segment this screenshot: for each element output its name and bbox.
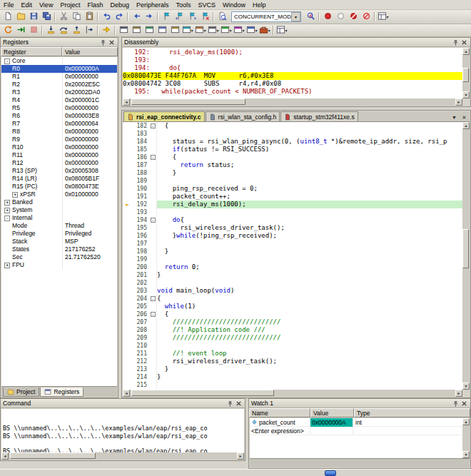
disassembly-line[interactable]: 194: do{ bbox=[123, 64, 462, 72]
kill-all-breakpoints-button[interactable] bbox=[360, 11, 373, 23]
code-line-209[interactable]: 209 //////////////////////////// bbox=[123, 334, 462, 342]
register-row-core[interactable]: -Core bbox=[1, 57, 117, 65]
tab-registers[interactable]: Registers bbox=[40, 388, 83, 397]
code-line-208[interactable]: 208 //! Application code /// bbox=[123, 326, 462, 334]
register-row-r3[interactable]: R30x20002DA0 bbox=[1, 88, 117, 96]
code-line-199[interactable]: 199 bbox=[123, 255, 462, 263]
disassembly-line[interactable]: 0x08004742 3C08 SUBS r4,r4,#0x08 bbox=[123, 80, 462, 88]
command-hscrollbar[interactable]: ◄ ► bbox=[1, 452, 244, 460]
scroll-thumb[interactable] bbox=[462, 68, 469, 82]
scroll-left-icon[interactable]: ◄ bbox=[1, 452, 9, 460]
menu-window[interactable]: Window bbox=[219, 0, 249, 10]
code-line-197[interactable]: 197 bbox=[123, 240, 462, 248]
code-editor[interactable]: 182- {183184 status = rsi_wlan_ping_asyn… bbox=[123, 122, 462, 390]
window-list-icon[interactable]: ▼ bbox=[450, 113, 458, 121]
command-pin-icon[interactable] bbox=[226, 400, 234, 407]
editor-tab-startup-stm32f411xe-s[interactable]: startup_stm32f411xe.s bbox=[280, 111, 358, 121]
dropdown-arrow-icon[interactable]: ▾ bbox=[268, 28, 270, 33]
register-row-r13-sp[interactable]: R13 (SP)0x20005308 bbox=[1, 167, 117, 175]
scroll-up-icon[interactable]: ▲ bbox=[462, 122, 470, 129]
trace-window-button[interactable]: ▾ bbox=[233, 25, 245, 36]
fold-box-icon[interactable]: - bbox=[151, 312, 156, 317]
code-line-204[interactable]: 204-{ bbox=[123, 295, 462, 303]
register-row-r2[interactable]: R20x20002E5C bbox=[1, 81, 117, 88]
code-line-183[interactable]: 183 bbox=[123, 130, 462, 138]
register-row-mode[interactable]: ModeThread bbox=[1, 222, 117, 230]
register-row-r7[interactable]: R70x00000064 bbox=[1, 120, 117, 128]
system-viewer-button[interactable]: ▾ bbox=[245, 25, 258, 36]
undo-button[interactable] bbox=[100, 11, 113, 23]
register-row-r4[interactable]: R40x2000001C bbox=[1, 96, 117, 104]
command-output[interactable]: BS \\unnamed\..\..\..\..\..\examples/wla… bbox=[1, 409, 244, 452]
target-select[interactable]: CONCURRENT_MODE▼ bbox=[231, 11, 301, 22]
dropdown-arrow-icon[interactable]: ▾ bbox=[203, 28, 206, 33]
cut-button[interactable] bbox=[57, 11, 70, 23]
bookmark-prev-button[interactable] bbox=[173, 11, 186, 23]
editor-tab-rsi-wlan-sta-config-h[interactable]: rsi_wlan_sta_config.h bbox=[206, 111, 280, 121]
register-row-r6[interactable]: R60x000003E8 bbox=[1, 112, 117, 120]
register-row-r14-lr[interactable]: R14 (LR)0x08005B1F bbox=[1, 175, 117, 183]
register-row-r9[interactable]: R90x00000000 bbox=[1, 136, 117, 143]
open-file-button[interactable] bbox=[14, 11, 27, 23]
fold-box-icon[interactable]: - bbox=[151, 155, 156, 160]
analysis-window-button[interactable]: ▾ bbox=[220, 25, 233, 36]
menu-file[interactable]: File bbox=[0, 0, 18, 10]
code-line-185[interactable]: 185 if(status != RSI_SUCCESS) bbox=[123, 146, 462, 153]
new-file-button[interactable] bbox=[1, 11, 14, 23]
navigate-back-button[interactable] bbox=[130, 11, 143, 23]
watch-name-cell[interactable]: <Enter expression> bbox=[250, 427, 310, 435]
code-line-202[interactable]: 202 bbox=[123, 279, 462, 287]
scroll-down-icon[interactable]: ▼ bbox=[462, 91, 470, 98]
code-line-201[interactable]: 201} bbox=[123, 271, 462, 279]
command-close-icon[interactable] bbox=[234, 400, 243, 407]
scroll-left-icon[interactable]: ◄ bbox=[123, 98, 130, 106]
scroll-right-icon[interactable]: ► bbox=[237, 452, 244, 460]
fold-box-icon[interactable]: - bbox=[151, 296, 156, 301]
watch-pin-icon[interactable] bbox=[451, 400, 460, 407]
step-out-button[interactable] bbox=[70, 25, 83, 36]
registers-window-button[interactable] bbox=[156, 25, 168, 36]
stop-button[interactable] bbox=[27, 25, 40, 36]
code-line-203[interactable]: 203void main_loop(void) bbox=[123, 287, 462, 295]
scroll-right-icon[interactable]: ► bbox=[455, 98, 462, 106]
target-select-dropdown-icon[interactable]: ▼ bbox=[291, 12, 300, 21]
watch-vscrollbar[interactable]: ▲ ▼ bbox=[462, 418, 470, 458]
dropdown-arrow-icon[interactable]: ▾ bbox=[386, 14, 388, 19]
scroll-up-icon[interactable]: ▲ bbox=[462, 418, 470, 425]
menu-help[interactable]: Help bbox=[249, 0, 270, 10]
code-line-182[interactable]: 182- { bbox=[123, 122, 462, 130]
registers-close-icon[interactable] bbox=[107, 39, 116, 46]
code-line-187[interactable]: 187 return status; bbox=[123, 161, 462, 169]
disassembly-pin-icon[interactable] bbox=[451, 39, 460, 46]
code-line-191[interactable]: 191 packet_count++; bbox=[123, 193, 462, 201]
editor-hscrollbar[interactable]: ◄ ► bbox=[123, 390, 462, 397]
code-line-214[interactable]: 214} bbox=[123, 373, 462, 381]
collapse-box-icon[interactable]: - bbox=[4, 216, 10, 221]
expand-box-icon[interactable]: + bbox=[4, 208, 10, 213]
code-line-188[interactable]: 188 } bbox=[123, 169, 462, 177]
copy-button[interactable] bbox=[70, 11, 83, 23]
disassembly-line[interactable]: 192: rsi_delay_ms(1000); bbox=[123, 49, 462, 56]
register-row-r1[interactable]: R10x00000000 bbox=[1, 73, 117, 81]
insert-remove-breakpoint-button[interactable] bbox=[321, 11, 334, 23]
redo-button[interactable] bbox=[113, 11, 126, 23]
scroll-left-icon[interactable]: ◄ bbox=[123, 390, 130, 397]
step-over-button[interactable] bbox=[57, 25, 70, 36]
command-window-button[interactable] bbox=[117, 25, 130, 36]
code-line-211[interactable]: 211 //! event loop bbox=[123, 350, 462, 358]
save-button[interactable] bbox=[27, 11, 40, 23]
dropdown-arrow-icon[interactable]: ▾ bbox=[285, 28, 287, 33]
register-row-privilege[interactable]: PrivilegePrivileged bbox=[1, 230, 117, 238]
code-line-184[interactable]: 184 status = rsi_wlan_ping_async(0, (uin… bbox=[123, 138, 462, 146]
watch-close-icon[interactable] bbox=[460, 400, 468, 407]
find-in-files-button[interactable] bbox=[216, 11, 228, 23]
menu-svcs[interactable]: SVCS bbox=[195, 0, 220, 10]
code-line-189[interactable]: 189 bbox=[123, 177, 462, 185]
disassembly-current-line[interactable]: 0x0800473E F44F767A MOV r6,#0x3E8 bbox=[123, 72, 462, 80]
scroll-down-icon[interactable]: ▼ bbox=[462, 383, 470, 390]
code-line-194[interactable]: 194- do{ bbox=[123, 216, 462, 224]
disable-all-breakpoints-button[interactable] bbox=[347, 11, 360, 23]
code-line-198[interactable]: 198 } bbox=[123, 248, 462, 255]
watch-window-button[interactable]: ▾ bbox=[181, 25, 194, 36]
tab-project[interactable]: Project bbox=[3, 388, 39, 397]
